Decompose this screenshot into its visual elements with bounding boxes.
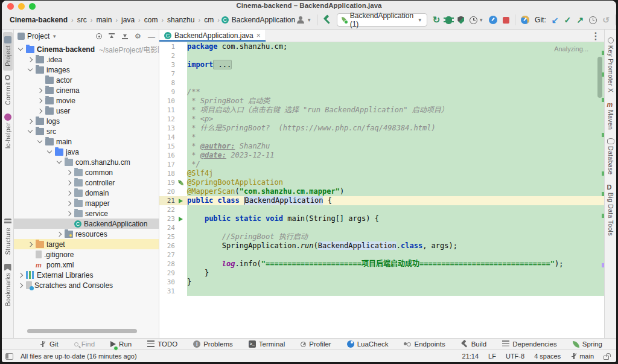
toolwindow-button-dependencies[interactable]: Dependencies	[502, 340, 557, 348]
tool-stripe-button-maven[interactable]: mMaven	[606, 97, 616, 134]
stop-button[interactable]	[503, 17, 509, 24]
tree-row[interactable]: Scratches and Consoles	[14, 280, 159, 290]
spring-bean-gutter-icon[interactable]	[175, 178, 186, 187]
tool-stripe-button-project[interactable]: Project	[3, 32, 13, 71]
toolwindow-button-spring[interactable]: Spring	[573, 340, 602, 348]
rerun-button[interactable]: ↻	[433, 16, 441, 24]
chevron-down-icon[interactable]	[18, 46, 24, 53]
chevron-right-icon[interactable]	[66, 190, 72, 196]
chevron-right-icon[interactable]	[66, 170, 72, 176]
chevron-right-icon[interactable]	[18, 283, 24, 289]
more-options-icon[interactable]: ⋮	[591, 30, 600, 42]
caret-position[interactable]: 21:14	[462, 353, 479, 360]
tool-stripe-button-database[interactable]: Database	[606, 134, 616, 179]
minimize-window-button[interactable]	[18, 3, 25, 10]
tree-row[interactable]: movie	[14, 95, 159, 106]
chevron-down-icon[interactable]	[27, 67, 33, 73]
tree-row[interactable]: user	[14, 106, 159, 116]
tree-row[interactable]: .gitignore	[14, 249, 159, 260]
chevron-right-icon[interactable]	[27, 241, 33, 247]
profiler-home-button[interactable]	[521, 16, 529, 24]
code-area[interactable]: 1package com.shanzhu.cm;23import ...789/…	[159, 42, 604, 338]
attach-profiler-button[interactable]	[489, 16, 497, 24]
chevron-right-icon[interactable]	[18, 272, 24, 278]
tool-stripe-button-lc-helper[interactable]: lc-helper	[3, 109, 13, 153]
breadcrumb-item[interactable]: shanzhu	[165, 15, 196, 25]
close-window-button[interactable]	[7, 3, 14, 10]
chevron-down-icon[interactable]	[37, 139, 43, 145]
chevron-right-icon[interactable]	[66, 200, 72, 206]
tool-stripe-button-bookmarks[interactable]: Bookmarks	[3, 260, 13, 310]
tool-stripe-button-big-data-tools[interactable]: DBig Data Tools	[606, 179, 616, 240]
tree-row[interactable]: cinema	[14, 85, 159, 95]
tree-row[interactable]: logs	[14, 116, 159, 126]
file-encoding[interactable]: UTF-8	[506, 353, 524, 360]
build-project-button[interactable]	[323, 16, 331, 24]
line-ending[interactable]: LF	[488, 353, 496, 360]
coverage-button[interactable]	[457, 16, 464, 24]
git-branch-widget[interactable]: main	[570, 353, 594, 360]
chevron-right-icon[interactable]	[37, 108, 43, 114]
close-icon[interactable]: ×	[256, 31, 261, 40]
project-panel-title[interactable]: Project	[27, 32, 49, 40]
toolwindow-button-git[interactable]: Git	[39, 340, 59, 348]
locate-file-icon[interactable]	[96, 33, 102, 39]
expand-all-icon[interactable]	[108, 33, 115, 40]
run-configuration-select[interactable]: BackendApplication (1) ▼	[337, 13, 427, 27]
gear-icon[interactable]: ⚙	[135, 33, 142, 40]
breadcrumb-item[interactable]: com	[142, 15, 160, 25]
toolwindow-button-build[interactable]: Build	[461, 340, 487, 348]
breadcrumb-item[interactable]: src	[75, 15, 89, 25]
chevron-right-icon[interactable]	[66, 180, 72, 186]
tree-row[interactable]: mpom.xml	[14, 260, 159, 270]
git-update-button[interactable]: ↙	[552, 15, 559, 25]
toolwindow-button-problems[interactable]: !Problems	[193, 340, 233, 348]
toolwindow-toggle-icon[interactable]	[5, 353, 13, 360]
project-view-dropdown[interactable]: ▼	[52, 34, 57, 39]
breadcrumb-item[interactable]: cm	[202, 15, 215, 25]
rollback-button[interactable]: ↺	[602, 15, 610, 25]
git-commit-button[interactable]: ✓	[564, 15, 572, 25]
toolwindow-button-todo[interactable]: TODO	[147, 340, 177, 348]
chevron-right-icon[interactable]	[66, 211, 72, 217]
run-gutter-icon[interactable]	[175, 214, 186, 223]
breadcrumb-item[interactable]: BackendApplication	[230, 15, 297, 25]
chevron-down-icon[interactable]	[46, 149, 53, 155]
debug-button[interactable]	[445, 16, 452, 24]
toolwindow-button-endpoints[interactable]: Endpoints	[404, 340, 445, 348]
tree-row[interactable]: target	[14, 239, 159, 249]
tree-horizontal-scrollbar[interactable]	[27, 329, 137, 333]
chevron-down-icon[interactable]	[27, 129, 33, 135]
chevron-right-icon[interactable]	[37, 88, 43, 94]
tree-row[interactable]: main	[14, 136, 159, 147]
tree-row[interactable]: resources	[14, 229, 159, 239]
lock-icon[interactable]	[604, 356, 609, 360]
hide-panel-icon[interactable]: —	[148, 33, 155, 40]
tree-row[interactable]: External Libraries	[14, 270, 159, 280]
maximize-window-button[interactable]	[29, 3, 36, 10]
toolwindow-button-luacheck[interactable]: LuaCheck	[347, 340, 389, 348]
chevron-down-icon[interactable]	[56, 159, 62, 165]
tool-stripe-button-commit[interactable]: Commit	[3, 71, 13, 109]
chevron-right-icon[interactable]	[37, 98, 43, 104]
editor-tab[interactable]: C BackendApplication.java ×	[159, 30, 266, 42]
tree-row[interactable]: java	[14, 147, 159, 157]
tree-row[interactable]: Cinema-backend~/saleProject/电影院售票系统/	[14, 44, 159, 54]
tree-row[interactable]: CBackendApplication	[14, 219, 159, 229]
tree-row[interactable]: common	[14, 167, 159, 177]
tree-row[interactable]: src	[14, 126, 159, 136]
tree-row[interactable]: actor	[14, 75, 159, 85]
run-gutter-icon[interactable]	[175, 196, 186, 205]
indent-setting[interactable]: 4 spaces	[534, 353, 561, 360]
profiler-button[interactable]: ▼	[470, 16, 483, 24]
chevron-right-icon[interactable]	[27, 57, 33, 63]
breadcrumb-item[interactable]: Cinema-backend	[8, 15, 69, 25]
tree-row[interactable]: domain	[14, 188, 159, 198]
history-button[interactable]	[589, 16, 597, 24]
toolwindow-button-find[interactable]: Find	[74, 340, 95, 348]
tree-row[interactable]: controller	[14, 177, 159, 188]
toolwindow-button-terminal[interactable]: >_Terminal	[249, 340, 285, 348]
tree-row[interactable]: mapper	[14, 198, 159, 208]
breadcrumb-item[interactable]: java	[119, 15, 136, 25]
breadcrumb-item[interactable]: main	[94, 15, 113, 25]
